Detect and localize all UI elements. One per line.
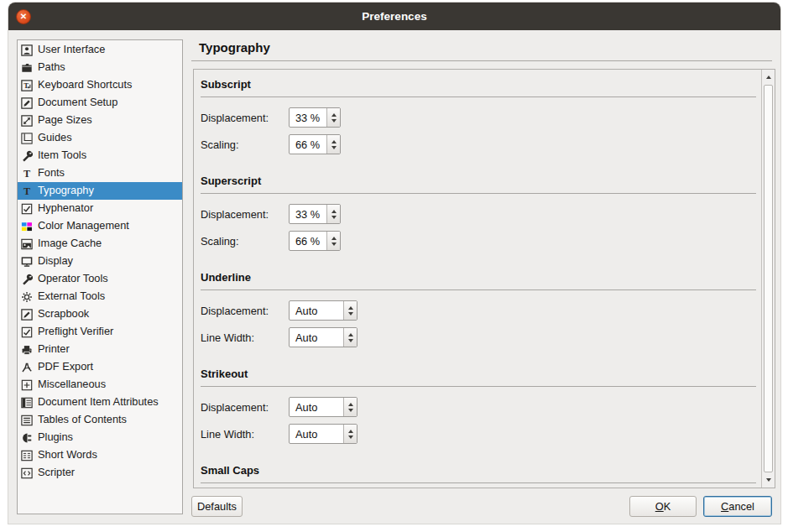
sidebar-item-short-words[interactable]: Short Words <box>18 446 182 464</box>
spinbox-stepper[interactable] <box>343 398 357 416</box>
font-icon <box>21 185 33 197</box>
spin-down-icon <box>348 409 353 412</box>
displacement-spinbox[interactable]: Auto <box>289 300 357 321</box>
field-row-displacement: Displacement:33 % <box>201 204 756 224</box>
titlebar[interactable]: ✕ Preferences <box>8 3 780 30</box>
spin-down-icon <box>348 436 353 439</box>
line-width-spinbox[interactable]: Auto <box>289 424 357 444</box>
spinbox-stepper[interactable] <box>343 301 357 320</box>
displacement-spinbox[interactable]: 33 % <box>289 107 341 128</box>
spinbox-value: 66 % <box>290 135 326 154</box>
scaling-spinbox[interactable]: 66 % <box>289 231 341 251</box>
keyboard-shortcut-icon <box>21 80 33 91</box>
field-label: Scaling: <box>201 138 289 151</box>
sidebar-item-external-tools[interactable]: External Tools <box>18 288 182 305</box>
sidebar-item-printer[interactable]: Printer <box>18 341 182 358</box>
spin-up-icon <box>348 333 353 336</box>
cancel-button[interactable]: Cancel <box>703 496 772 517</box>
font-icon <box>21 168 33 180</box>
section-divider <box>201 193 756 194</box>
field-row-displacement: Displacement:33 % <box>201 107 756 128</box>
sidebar-item-page-sizes[interactable]: Page Sizes <box>18 112 182 129</box>
displacement-spinbox[interactable]: Auto <box>289 397 357 417</box>
section-underline: UnderlineDisplacement:AutoLine Width:Aut… <box>201 271 756 347</box>
spinbox-value: 33 % <box>290 108 326 127</box>
page-title-divider <box>191 60 772 61</box>
plus-icon <box>21 379 33 391</box>
sidebar-item-tables-of-contents[interactable]: Tables of Contents <box>18 411 182 429</box>
sidebar-item-scrapbook[interactable]: Scrapbook <box>18 305 182 323</box>
sidebar-item-label: Hyphenator <box>38 202 93 214</box>
section-title: Subscript <box>201 78 756 91</box>
vertical-scrollbar[interactable] <box>761 70 775 488</box>
sidebar-item-guides[interactable]: Guides <box>18 129 182 147</box>
desktop-background: ✕ Preferences User InterfacePathsKeyboar… <box>0 0 788 532</box>
window-title: Preferences <box>362 10 426 23</box>
sidebar-item-label: Document Item Attributes <box>38 396 159 408</box>
spin-up-icon <box>348 306 353 310</box>
field-label: Line Width: <box>201 428 289 441</box>
sidebar-item-label: Paths <box>38 61 65 73</box>
field-label: Displacement: <box>201 112 289 124</box>
sidebar-item-keyboard-shortcuts[interactable]: Keyboard Shortcuts <box>18 76 182 94</box>
sidebar-item-label: Guides <box>38 132 72 143</box>
spinbox-stepper[interactable] <box>326 205 340 223</box>
spinbox-value: Auto <box>290 425 343 443</box>
sidebar-item-item-tools[interactable]: Item Tools <box>18 147 182 164</box>
section-title: Small Caps <box>201 464 756 477</box>
pencil-icon <box>21 309 33 321</box>
pen-icon <box>21 97 33 109</box>
sidebar-item-plugins[interactable]: Plugins <box>18 429 182 446</box>
sidebar-item-paths[interactable]: Paths <box>18 59 182 76</box>
scroll-down-button[interactable] <box>762 473 775 487</box>
sidebar-item-label: Preflight Verifier <box>38 326 113 337</box>
sidebar-item-label: Image Cache <box>38 237 102 249</box>
line-width-spinbox[interactable]: Auto <box>289 327 357 347</box>
monitor-icon <box>21 256 33 268</box>
spin-down-icon <box>331 243 337 246</box>
sidebar-item-label: Plugins <box>38 431 73 443</box>
displacement-spinbox[interactable]: 33 % <box>289 204 341 224</box>
sidebar-item-color-management[interactable]: Color Management <box>18 217 182 235</box>
settings-panel: SubscriptDisplacement:33 %Scaling:66 %Su… <box>193 69 775 488</box>
sidebar-item-hyphenator[interactable]: Hyphenator <box>18 200 182 217</box>
spinbox-value: 66 % <box>290 232 326 250</box>
sidebar-item-fonts[interactable]: Fonts <box>18 164 182 182</box>
sidebar-item-miscellaneous[interactable]: Miscellaneous <box>18 376 182 394</box>
sidebar-item-label: Keyboard Shortcuts <box>38 79 132 91</box>
page-title: Typography <box>199 40 270 55</box>
sidebar-item-typography[interactable]: Typography <box>18 182 182 200</box>
spinbox-stepper[interactable] <box>326 108 340 127</box>
columns-icon <box>21 450 33 462</box>
spinbox-stepper[interactable] <box>343 425 357 443</box>
sidebar-item-scripter[interactable]: Scripter <box>18 464 182 482</box>
scroll-up-button[interactable] <box>762 70 775 84</box>
sidebar-item-preflight-verifier[interactable]: Preflight Verifier <box>18 323 182 341</box>
sidebar-item-label: Printer <box>38 343 70 355</box>
sidebar-item-document-item-attributes[interactable]: Document Item Attributes <box>18 394 182 411</box>
spinbox-stepper[interactable] <box>326 232 340 250</box>
ok-button-label: OK <box>655 500 671 513</box>
sidebar-item-display[interactable]: Display <box>18 253 182 270</box>
sidebar-item-label: Scrapbook <box>38 308 89 320</box>
sidebar-item-user-interface[interactable]: User Interface <box>18 41 182 59</box>
ok-button[interactable]: OK <box>629 496 697 517</box>
section-subscript: SubscriptDisplacement:33 %Scaling:66 % <box>201 78 756 154</box>
sidebar-item-image-cache[interactable]: Image Cache <box>18 235 182 253</box>
sidebar-item-document-setup[interactable]: Document Setup <box>18 94 182 112</box>
field-label: Line Width: <box>201 331 289 344</box>
scaling-spinbox[interactable]: 66 % <box>289 134 341 154</box>
scrollbar-thumb[interactable] <box>764 85 773 472</box>
sidebar-item-label: Miscellaneous <box>38 378 106 390</box>
spinbox-stepper[interactable] <box>343 328 357 347</box>
sidebar-item-pdf-export[interactable]: PDF Export <box>18 358 182 376</box>
section-title: Superscript <box>201 175 756 188</box>
spin-up-icon <box>331 113 337 117</box>
sidebar-item-operator-tools[interactable]: Operator Tools <box>18 270 182 288</box>
up-arrow-icon <box>766 76 771 79</box>
printer-icon <box>21 344 33 356</box>
attributes-icon <box>21 397 33 409</box>
close-button[interactable]: ✕ <box>16 9 31 24</box>
spinbox-stepper[interactable] <box>326 135 340 154</box>
defaults-button[interactable]: Defaults <box>191 496 243 517</box>
